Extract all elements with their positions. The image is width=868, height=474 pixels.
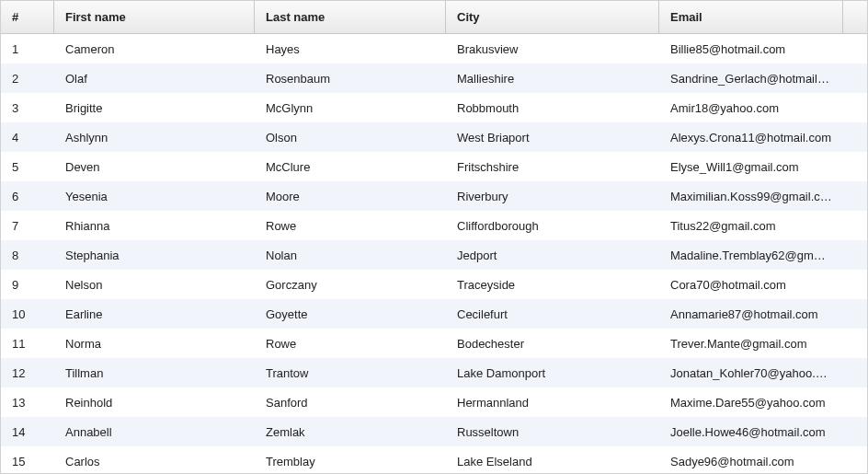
table-row[interactable]: 4 Ashlynn Olson West Briaport Alexys.Cro… (1, 122, 867, 152)
table-row[interactable]: 11 Norma Rowe Bodechester Trever.Mante@g… (1, 329, 867, 358)
table-row[interactable]: 9 Nelson Gorczany Traceyside Cora70@hotm… (1, 270, 867, 299)
cell-last-name: Olson (255, 122, 446, 152)
cell-city: Russeltown (446, 417, 659, 446)
cell-city: Cecilefurt (446, 299, 659, 329)
cell-first-name: Tillman (54, 358, 255, 387)
table-row[interactable]: 6 Yesenia Moore Riverbury Maximilian.Kos… (1, 181, 867, 211)
cell-last-name: Rowe (255, 211, 446, 240)
cell-city: West Briaport (446, 122, 659, 152)
cell-email: Amir18@yahoo.com (659, 93, 843, 122)
cell-email: Madaline.Tremblay62@gmail.com (659, 240, 843, 270)
column-header-email[interactable]: Email (659, 1, 843, 33)
cell-first-name: Ashlynn (54, 122, 255, 152)
cell-first-name: Rhianna (54, 211, 255, 240)
cell-last-name: Rowe (255, 329, 446, 358)
column-header-spacer (843, 1, 867, 33)
cell-email: Titus22@gmail.com (659, 211, 843, 240)
cell-last-name: Zemlak (255, 417, 446, 446)
table-row[interactable]: 1 Cameron Hayes Brakusview Billie85@hotm… (1, 34, 867, 64)
column-header-index[interactable]: # (1, 1, 54, 33)
table-row[interactable]: 5 Deven McClure Fritschshire Elyse_Will1… (1, 152, 867, 181)
cell-index: 3 (1, 93, 54, 122)
cell-first-name: Stephania (54, 240, 255, 270)
cell-city: Brakusview (446, 34, 659, 64)
cell-email: Sandrine_Gerlach@hotmail.com (659, 64, 843, 93)
cell-city: Fritschshire (446, 152, 659, 181)
cell-first-name: Deven (54, 152, 255, 181)
table-row[interactable]: 15 Carlos Tremblay Lake Elseland Sadye96… (1, 446, 867, 473)
table-row[interactable]: 7 Rhianna Rowe Cliffordborough Titus22@g… (1, 211, 867, 240)
grid-header: # First name Last name City Email (1, 1, 867, 34)
cell-city: Riverbury (446, 181, 659, 211)
column-header-city[interactable]: City (446, 1, 659, 33)
column-header-label: Last name (266, 10, 325, 24)
grid-body[interactable]: 1 Cameron Hayes Brakusview Billie85@hotm… (1, 34, 867, 473)
table-row[interactable]: 12 Tillman Trantow Lake Damonport Jonata… (1, 358, 867, 387)
cell-last-name: Trantow (255, 358, 446, 387)
cell-city: Lake Elseland (446, 446, 659, 473)
cell-last-name: Tremblay (255, 446, 446, 473)
cell-index: 15 (1, 446, 54, 473)
cell-first-name: Olaf (54, 64, 255, 93)
cell-last-name: Rosenbaum (255, 64, 446, 93)
table-row[interactable]: 3 Brigitte McGlynn Robbmouth Amir18@yaho… (1, 93, 867, 122)
cell-email: Maxime.Dare55@yahoo.com (659, 387, 843, 417)
cell-email: Annamarie87@hotmail.com (659, 299, 843, 329)
cell-index: 10 (1, 299, 54, 329)
cell-first-name: Norma (54, 329, 255, 358)
cell-index: 13 (1, 387, 54, 417)
cell-last-name: Hayes (255, 34, 446, 64)
cell-first-name: Reinhold (54, 387, 255, 417)
cell-index: 8 (1, 240, 54, 270)
column-header-last-name[interactable]: Last name (255, 1, 446, 33)
cell-first-name: Earline (54, 299, 255, 329)
table-row[interactable]: 8 Stephania Nolan Jedport Madaline.Tremb… (1, 240, 867, 270)
cell-index: 7 (1, 211, 54, 240)
cell-index: 4 (1, 122, 54, 152)
cell-last-name: Nolan (255, 240, 446, 270)
cell-index: 9 (1, 270, 54, 299)
column-header-label: First name (65, 10, 126, 24)
data-grid: # First name Last name City Email 1 Came… (0, 0, 868, 474)
cell-city: Cliffordborough (446, 211, 659, 240)
cell-first-name: Carlos (54, 446, 255, 473)
cell-last-name: McGlynn (255, 93, 446, 122)
cell-email: Sadye96@hotmail.com (659, 446, 843, 473)
table-row[interactable]: 2 Olaf Rosenbaum Mallieshire Sandrine_Ge… (1, 64, 867, 93)
column-header-first-name[interactable]: First name (54, 1, 255, 33)
cell-first-name: Nelson (54, 270, 255, 299)
cell-index: 2 (1, 64, 54, 93)
cell-last-name: McClure (255, 152, 446, 181)
cell-city: Jedport (446, 240, 659, 270)
cell-index: 11 (1, 329, 54, 358)
cell-index: 14 (1, 417, 54, 446)
table-row[interactable]: 13 Reinhold Sanford Hermannland Maxime.D… (1, 387, 867, 417)
cell-index: 5 (1, 152, 54, 181)
table-row[interactable]: 14 Annabell Zemlak Russeltown Joelle.How… (1, 417, 867, 446)
cell-email: Cora70@hotmail.com (659, 270, 843, 299)
cell-last-name: Sanford (255, 387, 446, 417)
column-header-label: # (12, 10, 18, 24)
cell-last-name: Goyette (255, 299, 446, 329)
cell-last-name: Moore (255, 181, 446, 211)
cell-first-name: Brigitte (54, 93, 255, 122)
cell-email: Alexys.Crona11@hotmail.com (659, 122, 843, 152)
cell-index: 12 (1, 358, 54, 387)
cell-email: Jonatan_Kohler70@yahoo.com (659, 358, 843, 387)
table-row[interactable]: 10 Earline Goyette Cecilefurt Annamarie8… (1, 299, 867, 329)
cell-email: Elyse_Will1@gmail.com (659, 152, 843, 181)
cell-email: Billie85@hotmail.com (659, 34, 843, 64)
cell-email: Maximilian.Koss99@gmail.com (659, 181, 843, 211)
cell-city: Hermannland (446, 387, 659, 417)
column-header-label: City (457, 10, 480, 24)
cell-email: Joelle.Howe46@hotmail.com (659, 417, 843, 446)
cell-city: Traceyside (446, 270, 659, 299)
cell-first-name: Annabell (54, 417, 255, 446)
column-header-label: Email (670, 10, 702, 24)
cell-city: Lake Damonport (446, 358, 659, 387)
cell-email: Trever.Mante@gmail.com (659, 329, 843, 358)
cell-first-name: Yesenia (54, 181, 255, 211)
cell-city: Robbmouth (446, 93, 659, 122)
cell-last-name: Gorczany (255, 270, 446, 299)
cell-index: 1 (1, 34, 54, 64)
